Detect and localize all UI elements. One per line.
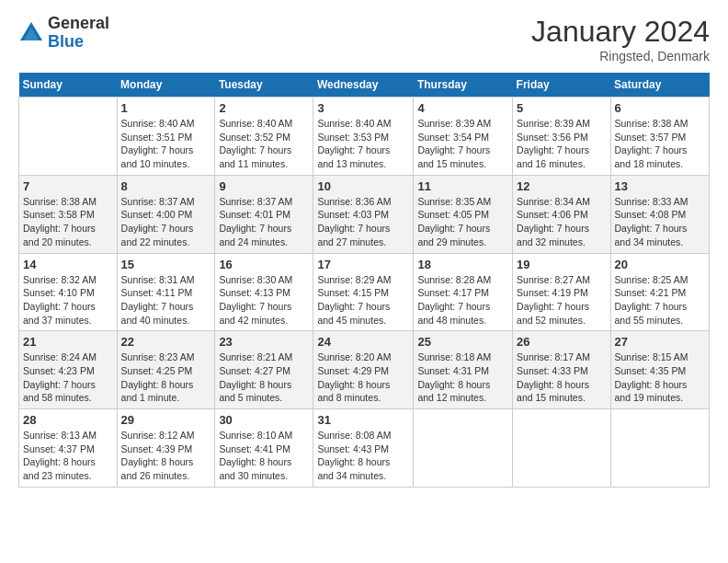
cell-content: Sunrise: 8:38 AM Sunset: 3:57 PM Dayligh… <box>615 117 705 171</box>
day-number: 28 <box>23 413 113 427</box>
calendar-cell: 19Sunrise: 8:27 AM Sunset: 4:19 PM Dayli… <box>513 253 610 331</box>
day-number: 10 <box>317 179 409 193</box>
calendar-cell: 31Sunrise: 8:08 AM Sunset: 4:43 PM Dayli… <box>313 409 414 488</box>
calendar-cell: 8Sunrise: 8:37 AM Sunset: 4:00 PM Daylig… <box>117 175 215 253</box>
calendar-cell <box>414 409 513 488</box>
cell-content: Sunrise: 8:40 AM Sunset: 3:52 PM Dayligh… <box>219 117 309 171</box>
cell-content: Sunrise: 8:38 AM Sunset: 3:58 PM Dayligh… <box>23 195 113 249</box>
week-row-5: 28Sunrise: 8:13 AM Sunset: 4:37 PM Dayli… <box>19 409 710 488</box>
cell-content: Sunrise: 8:28 AM Sunset: 4:17 PM Dayligh… <box>417 273 508 327</box>
header: General Blue January 2024 Ringsted, Denm… <box>18 15 710 63</box>
month-title: January 2024 <box>531 15 710 49</box>
calendar-cell: 12Sunrise: 8:34 AM Sunset: 4:06 PM Dayli… <box>513 175 610 253</box>
day-number: 19 <box>517 258 606 271</box>
calendar-cell: 3Sunrise: 8:40 AM Sunset: 3:53 PM Daylig… <box>313 98 414 176</box>
day-number: 17 <box>317 258 409 271</box>
day-number: 1 <box>121 101 211 115</box>
cell-content: Sunrise: 8:27 AM Sunset: 4:19 PM Dayligh… <box>517 273 606 327</box>
day-number: 29 <box>121 413 211 427</box>
day-number: 27 <box>615 335 705 349</box>
day-number: 4 <box>417 101 508 115</box>
calendar-cell: 4Sunrise: 8:39 AM Sunset: 3:54 PM Daylig… <box>414 98 513 176</box>
week-row-2: 7Sunrise: 8:38 AM Sunset: 3:58 PM Daylig… <box>19 175 710 253</box>
calendar-table: SundayMondayTuesdayWednesdayThursdayFrid… <box>18 73 710 488</box>
calendar-cell: 18Sunrise: 8:28 AM Sunset: 4:17 PM Dayli… <box>414 253 513 331</box>
day-number: 23 <box>219 335 309 349</box>
logo: General Blue <box>18 15 109 52</box>
calendar-cell: 29Sunrise: 8:12 AM Sunset: 4:39 PM Dayli… <box>117 409 215 488</box>
cell-content: Sunrise: 8:39 AM Sunset: 3:54 PM Dayligh… <box>417 117 508 171</box>
day-header-wednesday: Wednesday <box>313 73 414 98</box>
cell-content: Sunrise: 8:32 AM Sunset: 4:10 PM Dayligh… <box>23 273 113 327</box>
calendar-cell: 7Sunrise: 8:38 AM Sunset: 3:58 PM Daylig… <box>19 175 118 253</box>
day-number: 31 <box>317 413 409 427</box>
cell-content: Sunrise: 8:34 AM Sunset: 4:06 PM Dayligh… <box>517 195 606 249</box>
day-number: 6 <box>615 101 705 115</box>
day-number: 25 <box>417 335 508 349</box>
day-number: 12 <box>517 179 606 193</box>
calendar-cell <box>513 409 610 488</box>
cell-content: Sunrise: 8:17 AM Sunset: 4:33 PM Dayligh… <box>517 350 606 405</box>
calendar-cell: 21Sunrise: 8:24 AM Sunset: 4:23 PM Dayli… <box>19 331 118 409</box>
calendar-cell: 23Sunrise: 8:21 AM Sunset: 4:27 PM Dayli… <box>215 331 313 409</box>
day-number: 26 <box>517 335 606 349</box>
day-header-friday: Friday <box>513 73 610 98</box>
cell-content: Sunrise: 8:08 AM Sunset: 4:43 PM Dayligh… <box>317 429 409 483</box>
day-number: 13 <box>615 179 705 193</box>
day-number: 2 <box>219 101 309 115</box>
cell-content: Sunrise: 8:24 AM Sunset: 4:23 PM Dayligh… <box>23 350 113 405</box>
cell-content: Sunrise: 8:40 AM Sunset: 3:53 PM Dayligh… <box>317 117 409 171</box>
day-number: 9 <box>219 179 309 193</box>
cell-content: Sunrise: 8:37 AM Sunset: 4:01 PM Dayligh… <box>219 195 309 249</box>
location: Ringsted, Denmark <box>531 49 710 63</box>
cell-content: Sunrise: 8:35 AM Sunset: 4:05 PM Dayligh… <box>417 195 508 249</box>
calendar-cell: 26Sunrise: 8:17 AM Sunset: 4:33 PM Dayli… <box>513 331 610 409</box>
day-number: 15 <box>121 258 211 271</box>
cell-content: Sunrise: 8:12 AM Sunset: 4:39 PM Dayligh… <box>121 429 211 483</box>
day-number: 3 <box>317 101 409 115</box>
day-number: 14 <box>23 258 113 271</box>
day-header-saturday: Saturday <box>610 73 709 98</box>
day-number: 18 <box>417 258 508 271</box>
logo-icon <box>18 20 44 46</box>
week-row-3: 14Sunrise: 8:32 AM Sunset: 4:10 PM Dayli… <box>19 253 710 331</box>
logo-blue-text: Blue <box>48 33 109 52</box>
calendar-cell: 27Sunrise: 8:15 AM Sunset: 4:35 PM Dayli… <box>610 331 709 409</box>
logo-general-text: General <box>48 15 109 33</box>
cell-content: Sunrise: 8:25 AM Sunset: 4:21 PM Dayligh… <box>615 273 705 327</box>
cell-content: Sunrise: 8:39 AM Sunset: 3:56 PM Dayligh… <box>517 117 606 171</box>
day-number: 21 <box>23 335 113 349</box>
day-header-tuesday: Tuesday <box>215 73 313 98</box>
week-row-4: 21Sunrise: 8:24 AM Sunset: 4:23 PM Dayli… <box>19 331 710 409</box>
cell-content: Sunrise: 8:31 AM Sunset: 4:11 PM Dayligh… <box>121 273 211 327</box>
calendar-cell: 9Sunrise: 8:37 AM Sunset: 4:01 PM Daylig… <box>215 175 313 253</box>
calendar-cell: 5Sunrise: 8:39 AM Sunset: 3:56 PM Daylig… <box>513 98 610 176</box>
cell-content: Sunrise: 8:20 AM Sunset: 4:29 PM Dayligh… <box>317 350 409 405</box>
cell-content: Sunrise: 8:33 AM Sunset: 4:08 PM Dayligh… <box>615 195 705 249</box>
calendar-cell: 15Sunrise: 8:31 AM Sunset: 4:11 PM Dayli… <box>117 253 215 331</box>
cell-content: Sunrise: 8:10 AM Sunset: 4:41 PM Dayligh… <box>219 429 309 483</box>
calendar-cell: 17Sunrise: 8:29 AM Sunset: 4:15 PM Dayli… <box>313 253 414 331</box>
cell-content: Sunrise: 8:15 AM Sunset: 4:35 PM Dayligh… <box>615 350 705 405</box>
calendar-cell: 1Sunrise: 8:40 AM Sunset: 3:51 PM Daylig… <box>117 98 215 176</box>
calendar-cell: 30Sunrise: 8:10 AM Sunset: 4:41 PM Dayli… <box>215 409 313 488</box>
cell-content: Sunrise: 8:30 AM Sunset: 4:13 PM Dayligh… <box>219 273 309 327</box>
calendar-cell <box>19 98 118 176</box>
header-row: SundayMondayTuesdayWednesdayThursdayFrid… <box>19 73 710 98</box>
calendar-cell: 14Sunrise: 8:32 AM Sunset: 4:10 PM Dayli… <box>19 253 118 331</box>
day-number: 8 <box>121 179 211 193</box>
title-area: January 2024 Ringsted, Denmark <box>531 15 710 63</box>
day-header-monday: Monday <box>117 73 215 98</box>
calendar-cell: 25Sunrise: 8:18 AM Sunset: 4:31 PM Dayli… <box>414 331 513 409</box>
calendar-cell: 2Sunrise: 8:40 AM Sunset: 3:52 PM Daylig… <box>215 98 313 176</box>
page: General Blue January 2024 Ringsted, Denm… <box>0 0 728 563</box>
day-number: 11 <box>417 179 508 193</box>
day-header-sunday: Sunday <box>19 73 118 98</box>
calendar-cell: 13Sunrise: 8:33 AM Sunset: 4:08 PM Dayli… <box>610 175 709 253</box>
calendar-cell: 24Sunrise: 8:20 AM Sunset: 4:29 PM Dayli… <box>313 331 414 409</box>
day-number: 16 <box>219 258 309 271</box>
calendar-cell: 20Sunrise: 8:25 AM Sunset: 4:21 PM Dayli… <box>610 253 709 331</box>
cell-content: Sunrise: 8:23 AM Sunset: 4:25 PM Dayligh… <box>121 350 211 405</box>
day-header-thursday: Thursday <box>414 73 513 98</box>
day-number: 30 <box>219 413 309 427</box>
